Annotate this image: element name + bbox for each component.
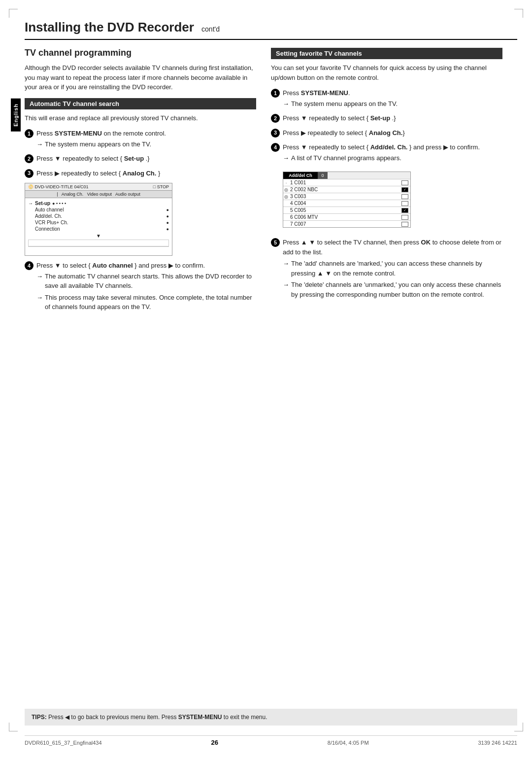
right-step5-arrow2: → The 'delete' channels are 'unmarked,' … [283, 280, 502, 299]
menu-diagram: 📀 DVD-VIDEO-TITLE 04/C01 □ STOP | Analog… [25, 183, 172, 256]
menu-row-adddel: Add/del. Ch. ● [28, 213, 169, 219]
left-intro: Although the DVD recorder selects availa… [25, 63, 256, 92]
menu-diag-body: → Set-up ● • • • • Auto channel ● Add/de… [25, 198, 172, 255]
channel-row: 6 C006 MTV [283, 213, 410, 220]
auto-channel-search-intro: This will erase and replace all previous… [25, 113, 256, 123]
right-step4-arrow: → A list of TV channel programs appears. [283, 153, 502, 163]
left-step-3: 3 Press ▶ repeatedly to select { Analog … [25, 169, 256, 178]
right-step1-arrow: → The system menu appears on the TV. [283, 99, 502, 109]
tips-text: Press ◀ to go back to previous menu item… [48, 714, 267, 721]
menu-row-setup: → Set-up ● • • • • [28, 200, 169, 207]
channel-row: 7 C007 [283, 220, 410, 227]
right-step-2: 2 Press ▼ repeatedly to select { Set-up … [271, 113, 502, 123]
channel-row: ◎ 2 C002 NBC ✓ [283, 186, 410, 193]
left-heading: TV channel programming [25, 48, 256, 58]
right-step5-arrow1: → The 'add' channels are 'marked,' you c… [283, 259, 502, 278]
corner-mark-bl [9, 723, 18, 731]
channel-list-container: Add/del Ch 0 · 1 C001 ◎ 2 C002 NBC ✓ [283, 168, 502, 232]
right-step-3: 3 Press ▶ repeatedly to select { Analog … [271, 128, 502, 138]
right-intro: You can set your favorite TV channels fo… [271, 63, 502, 82]
menu-row-autochannel: Auto channel ● [28, 207, 169, 213]
setting-favorites-header: Setting favorite TV channels [271, 48, 502, 59]
main-content: Installing the DVD Recorder cont'd TV ch… [25, 20, 517, 356]
channel-row: 4 C004 [283, 200, 410, 207]
tips-box: TIPS: Press ◀ to go back to previous men… [25, 709, 517, 726]
footer-left: DVDR610_615_37_Engfinal434 [25, 740, 102, 746]
left-column: TV channel programming Although the DVD … [25, 48, 256, 317]
right-step-4: 4 Press ▼ repeatedly to select { Add/del… [271, 142, 502, 163]
right-step-number-3: 3 [271, 129, 280, 138]
right-step-number-2: 2 [271, 114, 280, 123]
right-step-number-4: 4 [271, 143, 280, 152]
left-step-2: 2 Press ▼ repeatedly to select { Set-up … [25, 154, 256, 164]
corner-mark-tr [514, 9, 523, 18]
footer-date: 8/16/04, 4:05 PM [328, 740, 369, 746]
step-number-4: 4 [25, 261, 33, 270]
corner-mark-tl [9, 9, 18, 18]
two-column-layout: TV channel programming Although the DVD … [25, 48, 517, 317]
menu-diag-subheader: | Analog Ch. Video output Audio output [25, 191, 172, 198]
step4-arrow2: → This process may take several minutes.… [36, 293, 256, 312]
channel-row: 5 C005 ✓ [283, 207, 410, 213]
menu-row-connection: Connection ● [28, 226, 169, 232]
menu-diag-header: 📀 DVD-VIDEO-TITLE 04/C01 □ STOP [25, 183, 172, 191]
menu-diag-blank-row [28, 240, 169, 246]
menu-diag-scroll: ▼ [28, 233, 169, 239]
right-step-1: 1 Press SYSTEM-MENU. → The system menu a… [271, 88, 502, 108]
menu-row-vcrplus: VCR Plus+ Ch. ● [28, 219, 169, 226]
step4-arrow1: → The automatic TV channel search starts… [36, 272, 256, 291]
auto-channel-search-header: Automatic TV channel search [25, 98, 256, 109]
step-number-2: 2 [25, 154, 33, 163]
step-number-1: 1 [25, 129, 33, 138]
menu-diag-blank-row2 [28, 246, 169, 253]
step-number-3: 3 [25, 169, 33, 178]
channel-row: ◎ 3 C003 [283, 193, 410, 200]
footer: DVDR610_615_37_Engfinal434 26 8/16/04, 4… [25, 735, 517, 746]
right-column: Setting favorite TV channels You can set… [271, 48, 502, 317]
left-step-1: 1 Press SYSTEM-MENU on the remote contro… [25, 129, 256, 149]
tips-label: TIPS: [32, 714, 47, 721]
sidebar-language-label: English [11, 99, 21, 132]
step1-arrow: → The system menu appears on the TV. [36, 139, 256, 149]
page-title: Installing the DVD Recorder cont'd [25, 20, 517, 40]
left-step-4: 4 Press ▼ to select { Auto channel } and… [25, 261, 256, 312]
right-step-number-1: 1 [271, 89, 280, 98]
channel-row: · 1 C001 [283, 179, 410, 186]
footer-page-number: 26 [211, 739, 218, 746]
channel-table-header: Add/del Ch 0 [283, 172, 410, 179]
right-step-number-5: 5 [271, 238, 280, 247]
channel-table: Add/del Ch 0 · 1 C001 ◎ 2 C002 NBC ✓ [283, 172, 411, 228]
right-step-5: 5 Press ▲ ▼ to select the TV channel, th… [271, 238, 502, 299]
footer-product-code: 3139 246 14221 [478, 740, 517, 746]
